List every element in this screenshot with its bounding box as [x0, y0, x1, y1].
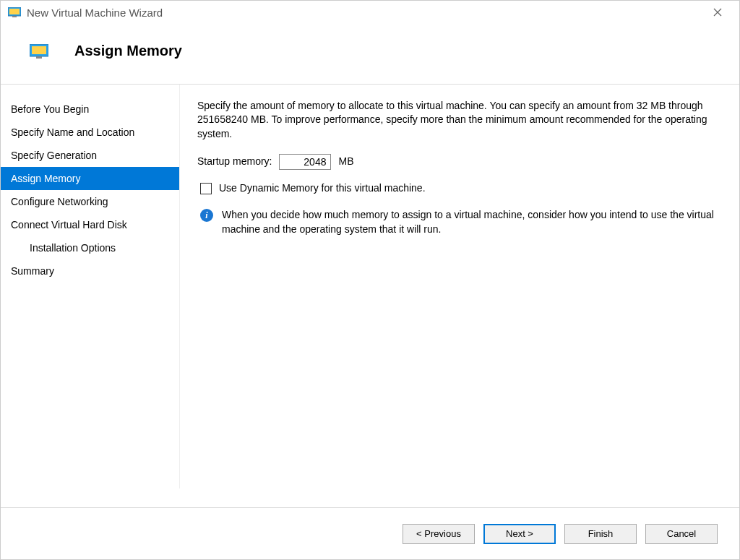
sidebar-item-1[interactable]: Specify Name and Location [1, 121, 179, 144]
sidebar-item-0[interactable]: Before You Begin [1, 98, 179, 121]
close-button[interactable] [703, 2, 732, 22]
startup-memory-unit: MB [338, 155, 353, 168]
info-icon: i [200, 209, 213, 222]
info-text: When you decide how much memory to assig… [222, 208, 719, 236]
startup-memory-input[interactable] [279, 154, 331, 170]
wizard-footer: < Previous Next > Finish Cancel [1, 507, 739, 559]
content-panel: Specify the amount of memory to allocate… [180, 85, 739, 488]
sidebar-item-5[interactable]: Connect Virtual Hard Disk [1, 213, 179, 236]
startup-memory-label: Startup memory: [197, 155, 272, 168]
wizard-sidebar: Before You BeginSpecify Name and Locatio… [1, 85, 180, 488]
dynamic-memory-label: Use Dynamic Memory for this virtual mach… [219, 181, 426, 195]
svg-rect-2 [12, 16, 17, 17]
app-icon [8, 7, 21, 18]
wizard-header: Assign Memory [1, 24, 739, 85]
info-note: i When you decide how much memory to ass… [197, 208, 719, 236]
svg-rect-1 [9, 9, 20, 14]
finish-button[interactable]: Finish [564, 524, 637, 544]
previous-button[interactable]: < Previous [403, 524, 475, 544]
body-area: Before You BeginSpecify Name and Locatio… [1, 85, 739, 488]
sidebar-item-2[interactable]: Specify Generation [1, 144, 179, 167]
dynamic-memory-row[interactable]: Use Dynamic Memory for this virtual mach… [197, 181, 719, 195]
sidebar-item-7[interactable]: Summary [1, 259, 179, 283]
titlebar: New Virtual Machine Wizard [1, 1, 739, 24]
page-title: Assign Memory [74, 43, 182, 59]
sidebar-item-6[interactable]: Installation Options [1, 236, 179, 259]
wizard-header-icon [30, 43, 48, 59]
svg-rect-7 [36, 56, 42, 59]
startup-memory-row: Startup memory: MB [197, 154, 719, 170]
next-button[interactable]: Next > [483, 524, 556, 544]
cancel-button[interactable]: Cancel [645, 524, 718, 544]
sidebar-item-4[interactable]: Configure Networking [1, 190, 179, 213]
dynamic-memory-checkbox[interactable] [200, 183, 212, 194]
window-title: New Virtual Machine Wizard [27, 7, 163, 19]
description-text: Specify the amount of memory to allocate… [197, 99, 719, 141]
sidebar-item-3[interactable]: Assign Memory [1, 167, 179, 190]
svg-rect-6 [32, 46, 46, 54]
